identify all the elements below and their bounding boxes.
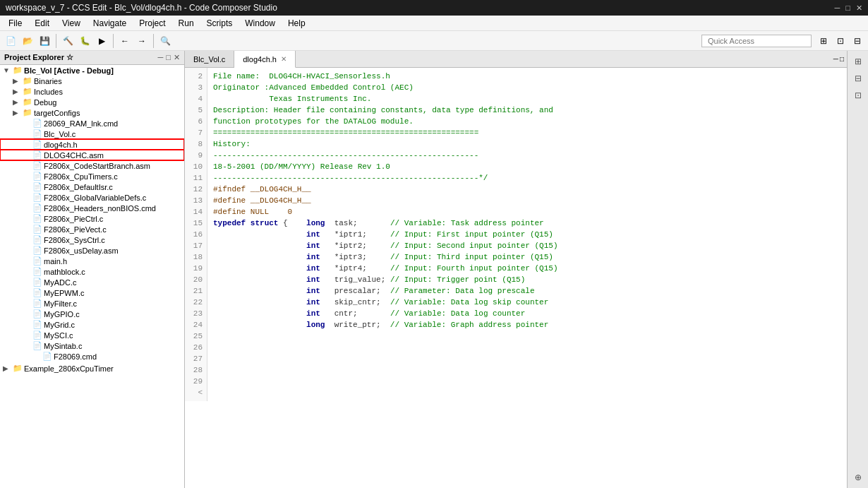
tree-item-f2806x-usdelay[interactable]: ▶ 📄 F2806x_usDelay.asm: [0, 245, 184, 256]
menu-view[interactable]: View: [56, 17, 86, 30]
line-num: 15: [185, 218, 207, 229]
menu-project[interactable]: Project: [133, 17, 171, 30]
toolbar-open[interactable]: 📂: [20, 33, 35, 49]
explorer-close[interactable]: ✕: [174, 53, 180, 62]
menu-scripts[interactable]: Scripts: [201, 17, 239, 30]
tree-item-myfilter[interactable]: ▶ 📄 MyFilter.c: [0, 298, 184, 309]
tree-arrow: ▶: [13, 88, 23, 95]
tab-dlog4chh[interactable]: dlog4ch.h ✕: [234, 51, 296, 68]
tree-item-mygpio[interactable]: ▶ 📄 MyGPIO.c: [0, 309, 184, 319]
tree-item-myepwm[interactable]: ▶ 📄 MyEPWM.c: [0, 287, 184, 298]
tree-item-includes[interactable]: ▶ 📁 Includes: [0, 86, 184, 97]
tree-item-mysci[interactable]: ▶ 📄 MySCI.c: [0, 330, 184, 340]
tab-close-icon[interactable]: ✕: [281, 55, 287, 63]
editor-minimize[interactable]: ─: [833, 55, 838, 63]
line-num: 9: [185, 150, 207, 161]
tree-item-28069cmd[interactable]: ▶ 📄 28069_RAM_lnk.cmd: [0, 118, 184, 129]
tree-label: Binaries: [34, 77, 62, 85]
tree-item-f2806x-codestart[interactable]: ▶ 📄 F2806x_CodeStartBranch.asm: [0, 160, 184, 171]
line-num: 23: [185, 308, 207, 319]
toolbar-view1[interactable]: ⊞: [816, 33, 831, 49]
file-icon: 📄: [32, 203, 44, 213]
tree-item-f2806x-globalvardefs[interactable]: ▶ 📄 F2806x_GlobalVariableDefs.c: [0, 192, 184, 203]
explorer-tree: ▼ 📁 Blc_Vol [Active - Debug] ▶ 📁 Binarie…: [0, 65, 184, 488]
tree-item-mathblock[interactable]: ▶ 📄 mathblock.c: [0, 266, 184, 277]
toolbar-build[interactable]: 🔨: [60, 33, 76, 49]
toolbar-forward[interactable]: →: [134, 33, 150, 49]
tree-item-blcvolc[interactable]: ▶ 📄 Blc_Vol.c: [0, 129, 184, 139]
explorer-maximize[interactable]: □: [166, 53, 171, 62]
tree-item-f28069cmd[interactable]: ▶ 📄 F28069.cmd: [0, 351, 184, 362]
line-num: 21: [185, 285, 207, 297]
close-button[interactable]: ✕: [856, 4, 862, 13]
tree-label: Blc_Vol [Active - Debug]: [24, 66, 114, 75]
menu-navigate[interactable]: Navigate: [88, 17, 132, 30]
file-icon: 📄: [32, 161, 44, 170]
tree-item-f2806x-defaultisr[interactable]: ▶ 📄 F2806x_DefaultIsr.c: [0, 181, 184, 192]
rs-btn-2[interactable]: ⊟: [850, 71, 866, 86]
editor-content[interactable]: 2 3 4 5 6 7 8 9 10 11 12 13 14 15 16 17: [185, 68, 847, 488]
quick-access-input[interactable]: [701, 35, 812, 47]
code-line: Description: Header file containing cons…: [213, 105, 841, 116]
tree-item-mygrid[interactable]: ▶ 📄 MyGrid.c: [0, 319, 184, 330]
tree-item-f2806x-headers-cmd[interactable]: ▶ 📄 F2806x_Headers_nonBIOS.cmd: [0, 203, 184, 213]
menu-file[interactable]: File: [3, 17, 28, 30]
rs-btn-4[interactable]: ⊕: [850, 470, 866, 485]
toolbar-search[interactable]: 🔍: [157, 33, 173, 49]
code-line: typedef struct { long task; // Variable:…: [213, 218, 841, 229]
file-icon: 📄: [42, 352, 54, 361]
explorer-minimize[interactable]: ─: [158, 53, 164, 62]
toolbar-new[interactable]: 📄: [3, 33, 18, 49]
menu-window[interactable]: Window: [239, 17, 281, 30]
main-area: Project Explorer ☆ ─ □ ✕ ▼ 📁 Blc_Vol [Ac…: [0, 51, 868, 488]
rs-btn-1[interactable]: ⊞: [850, 54, 866, 69]
tab-blcvolc[interactable]: Blc_Vol.c: [185, 51, 234, 67]
tree-item-f2806x-pievect[interactable]: ▶ 📄 F2806x_PieVect.c: [0, 224, 184, 234]
menu-help[interactable]: Help: [282, 17, 311, 30]
rs-btn-3[interactable]: ⊡: [850, 88, 866, 103]
folder-icon: 📁: [23, 108, 34, 117]
tree-item-blcvol[interactable]: ▼ 📁 Blc_Vol [Active - Debug]: [0, 65, 184, 76]
tree-item-f2806x-sysctrl[interactable]: ▶ 📄 F2806x_SysCtrl.c: [0, 234, 184, 245]
line-num: 8: [185, 138, 207, 150]
tree-item-binaries[interactable]: ▶ 📁 Binaries: [0, 76, 184, 86]
toolbar-debug[interactable]: 🐛: [77, 33, 92, 49]
line-num: 14: [185, 206, 207, 218]
tree-label: MySintab.c: [44, 342, 82, 350]
tree-label: F28069.cmd: [54, 352, 97, 361]
file-icon: 📄: [32, 225, 44, 234]
code-line: File name: DLOG4CH-HVACI_Sensorless.h: [213, 71, 841, 82]
editor-maximize[interactable]: □: [840, 55, 844, 63]
menu-run[interactable]: Run: [173, 17, 200, 30]
tree-item-example2806x[interactable]: ▶ 📁 Example_2806xCpuTimer: [0, 363, 184, 374]
toolbar-run[interactable]: ▶: [94, 33, 109, 49]
tree-item-debug[interactable]: ▶ 📁 Debug: [0, 97, 184, 107]
explorer-controls: ─ □ ✕: [158, 53, 180, 62]
toolbar-back[interactable]: ←: [117, 33, 133, 49]
tree-item-mysintab[interactable]: ▶ 📄 MySintab.c: [0, 340, 184, 351]
tree-item-mainh[interactable]: ▶ 📄 main.h: [0, 256, 184, 266]
tree-item-dlog4chh[interactable]: ▶ 📄 dlog4ch.h: [0, 139, 184, 150]
line-num: 27: [185, 353, 207, 364]
title-bar: workspace_v_7 - CCS Edit - Blc_Vol/dlog4…: [0, 0, 868, 16]
tree-item-myadc[interactable]: ▶ 📄 MyADC.c: [0, 277, 184, 287]
tree-item-f2806x-cputimers[interactable]: ▶ 📄 F2806x_CpuTimers.c: [0, 171, 184, 181]
project-icon: 📁: [13, 364, 24, 373]
tree-label: main.h: [44, 257, 67, 266]
toolbar-view2[interactable]: ⊡: [833, 33, 848, 49]
menu-edit[interactable]: Edit: [29, 17, 55, 30]
editor-tabs: Blc_Vol.c dlog4ch.h ✕ ─ □: [185, 51, 847, 68]
tree-item-dlog4chcasm[interactable]: ▶ 📄 DLOG4CHC.asm: [0, 150, 184, 160]
file-icon: 📄: [32, 256, 44, 266]
tree-item-f2806x-piectrl[interactable]: ▶ 📄 F2806x_PieCtrl.c: [0, 213, 184, 224]
toolbar-save[interactable]: 💾: [37, 33, 52, 49]
file-icon: 📄: [32, 267, 44, 276]
code-line: long write_ptr; // Variable: Graph addre…: [213, 319, 841, 331]
minimize-button[interactable]: ─: [835, 4, 840, 13]
maximize-button[interactable]: □: [845, 4, 850, 13]
toolbar-view3[interactable]: ⊟: [850, 33, 865, 49]
file-icon: 📄: [32, 119, 44, 128]
tree-item-targetconfigs[interactable]: ▶ 📁 targetConfigs: [0, 107, 184, 118]
editor-area: Blc_Vol.c dlog4ch.h ✕ ─ □ 2 3 4 5 6: [185, 51, 847, 488]
code-line: int *iptr1; // Input: First input pointe…: [213, 229, 841, 240]
